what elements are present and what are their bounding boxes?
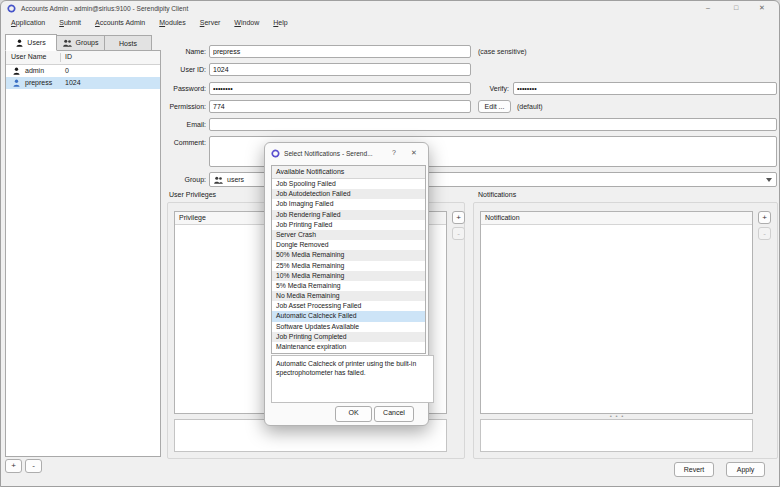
available-notifications-list: Available Notifications Job Spooling Fai… <box>271 165 426 354</box>
user-icon <box>16 39 23 47</box>
add-privilege-button[interactable]: + <box>452 211 465 224</box>
user-id-label: User ID: <box>121 63 206 76</box>
revert-button[interactable]: Revert <box>674 462 714 477</box>
remove-user-button[interactable]: - <box>25 459 42 473</box>
close-button[interactable]: ✕ <box>749 1 775 14</box>
group-icon <box>214 176 223 184</box>
password-label: Password: <box>121 82 206 95</box>
menu-modules[interactable]: Modules <box>152 15 192 30</box>
user-id-cell: 1024 <box>65 77 81 89</box>
app-window: Accounts Admin - admin@sirius:9100 - Ser… <box>0 0 780 487</box>
email-label: Email: <box>121 118 206 131</box>
remove-notification-button[interactable]: - <box>758 227 771 240</box>
comment-label: Comment: <box>121 136 206 149</box>
menu-submit[interactable]: Submit <box>52 15 88 30</box>
column-header-user-name[interactable]: User Name <box>11 51 46 63</box>
minimize-button[interactable]: – <box>695 1 721 14</box>
notification-option[interactable]: No Media Remaining <box>272 291 425 301</box>
notification-option[interactable]: Maintenance expiration <box>272 342 425 352</box>
maximize-button[interactable]: □ <box>723 1 749 14</box>
user-privileges-title: User Privileges <box>169 191 216 198</box>
menu-server[interactable]: Server <box>193 15 228 30</box>
add-notification-button[interactable]: + <box>758 211 771 224</box>
permission-label: Permission: <box>121 100 206 113</box>
tab-groups[interactable]: Groups <box>56 35 105 51</box>
user-id-input[interactable] <box>209 63 471 76</box>
permission-default-note: (default) <box>517 100 543 113</box>
dialog-title-bar[interactable]: Select Notifications - Serend... <box>265 143 428 163</box>
notification-option[interactable]: 25% Media Remaining <box>272 261 425 271</box>
verify-input[interactable] <box>513 82 777 95</box>
notification-column-header: Notification <box>481 212 752 225</box>
user-name-cell: prepress <box>25 77 52 89</box>
tab-groups-label: Groups <box>76 35 99 51</box>
tab-users[interactable]: Users <box>5 34 57 51</box>
notification-option[interactable]: Job Autodetection Failed <box>272 189 425 199</box>
cancel-button[interactable]: Cancel <box>374 406 414 422</box>
menu-accounts-admin[interactable]: Accounts Admin <box>88 15 152 30</box>
dialog-title: Select Notifications - Serend... <box>284 150 373 157</box>
email-input[interactable] <box>209 118 777 131</box>
notification-list[interactable]: Notification <box>480 211 753 414</box>
menu-application[interactable]: Application <box>4 15 52 30</box>
user-id-cell: 0 <box>65 65 69 77</box>
dialog-close-button[interactable]: ✕ <box>406 146 422 160</box>
chevron-down-icon <box>766 178 772 182</box>
case-sensitive-note: (case sensitive) <box>478 45 527 58</box>
notification-description-box <box>480 419 753 452</box>
notification-option-selected[interactable]: Automatic Calcheck Failed <box>272 311 425 321</box>
notification-option[interactable]: Job Printing Completed <box>272 332 425 342</box>
group-label: Group: <box>121 173 206 186</box>
apply-button[interactable]: Apply <box>726 462 765 477</box>
select-notifications-dialog: Select Notifications - Serend... ? ✕ Ava… <box>264 142 429 426</box>
menu-help[interactable]: Help <box>266 15 294 30</box>
notification-option[interactable]: Job Printing Failed <box>272 220 425 230</box>
available-notifications-header: Available Notifications <box>272 166 425 179</box>
window-title: Accounts Admin - admin@sirius:9100 - Ser… <box>21 5 188 12</box>
password-input[interactable] <box>209 82 471 95</box>
notification-option[interactable]: Job Imaging Failed <box>272 199 425 209</box>
notification-option[interactable]: Software Updates Available <box>272 322 425 332</box>
app-icon <box>271 149 280 158</box>
notification-option[interactable]: Job Rendering Failed <box>272 210 425 220</box>
app-icon <box>7 4 16 13</box>
add-user-button[interactable]: + <box>5 459 22 473</box>
tab-users-label: Users <box>27 35 45 51</box>
notification-option[interactable]: 10% Media Remaining <box>272 271 425 281</box>
notification-option[interactable]: Dongle Removed <box>272 240 425 250</box>
notification-option[interactable]: 50% Media Remaining <box>272 250 425 260</box>
notification-option[interactable]: Server Crash <box>272 230 425 240</box>
menu-window[interactable]: Window <box>227 15 266 30</box>
notification-option[interactable]: Job Spooling Failed <box>272 179 425 189</box>
title-bar: Accounts Admin - admin@sirius:9100 - Ser… <box>1 1 779 15</box>
notification-description: Automatic Calcheck of printer using the … <box>271 355 434 403</box>
permission-input[interactable] <box>209 100 471 113</box>
column-divider <box>60 53 61 62</box>
permission-edit-button[interactable]: Edit ... <box>478 100 511 113</box>
name-input[interactable] <box>209 45 471 58</box>
dialog-help-button[interactable]: ? <box>386 146 402 160</box>
column-header-id[interactable]: ID <box>65 51 72 63</box>
group-icon <box>63 39 72 47</box>
verify-label: Verify: <box>461 82 509 95</box>
notification-option[interactable]: 5% Media Remaining <box>272 281 425 291</box>
name-label: Name: <box>121 45 206 58</box>
user-name-cell: admin <box>25 65 44 77</box>
user-icon <box>13 67 20 75</box>
notification-options: Job Spooling Failed Job Autodetection Fa… <box>272 179 425 352</box>
menu-bar: Application Submit Accounts Admin Module… <box>1 15 779 30</box>
remove-privilege-button[interactable]: - <box>452 227 465 240</box>
ok-button[interactable]: OK <box>335 406 372 422</box>
notifications-title: Notifications <box>478 191 516 198</box>
user-icon <box>13 79 20 87</box>
notification-option[interactable]: Job Asset Processing Failed <box>272 301 425 311</box>
group-selected-value: users <box>227 176 244 183</box>
